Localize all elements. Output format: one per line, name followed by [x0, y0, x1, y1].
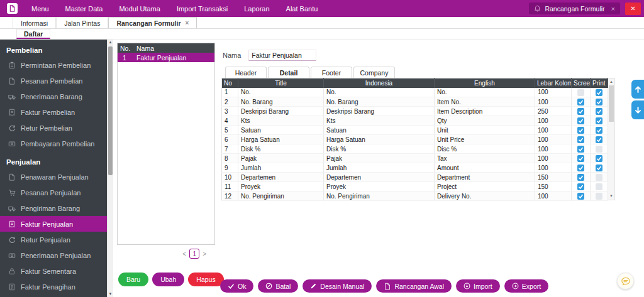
menu-item-modul-utama[interactable]: Modul Utama: [111, 0, 168, 17]
column-header-no[interactable]: No.: [118, 45, 136, 52]
table-scrollbar-thumb[interactable]: [609, 85, 614, 122]
screen-checkbox[interactable]: [577, 89, 584, 96]
desain-manual-button[interactable]: Desain Manual: [303, 279, 372, 293]
import-button[interactable]: Import: [456, 279, 500, 293]
field-row[interactable]: 10DepartemenDepartemenDepartment150: [222, 173, 608, 182]
tab-detail[interactable]: Detail: [268, 67, 309, 78]
print-checkbox[interactable]: [596, 127, 602, 134]
field-row[interactable]: 7Disk %Disk %Disc %100: [222, 144, 608, 154]
sidebar-item-penawaran-penjualan[interactable]: Penawaran Penjualan: [0, 169, 107, 185]
screen-checkbox[interactable]: [577, 174, 584, 181]
screen-checkbox[interactable]: [577, 136, 584, 143]
column-header-nama[interactable]: Nama: [136, 45, 154, 52]
screen-checkbox[interactable]: [577, 127, 584, 134]
column-header-no[interactable]: No: [222, 78, 238, 88]
sidebar-item-pesanan-pembelian[interactable]: Pesanan Pembelian: [0, 73, 107, 89]
close-icon[interactable]: ×: [609, 5, 615, 13]
column-header-screen[interactable]: Screen: [572, 78, 591, 88]
form-name-input[interactable]: [248, 50, 316, 61]
menu-item-alat-bantu[interactable]: Alat Bantu: [278, 0, 326, 17]
print-checkbox[interactable]: [596, 146, 602, 153]
sidebar-item-penerimaan-penjualan[interactable]: Penerimaan Penjualan: [0, 247, 107, 263]
print-checkbox[interactable]: [596, 155, 602, 162]
screen-checkbox[interactable]: [577, 146, 584, 153]
batal-button[interactable]: Batal: [258, 279, 298, 293]
screen-checkbox[interactable]: [577, 183, 584, 190]
scroll-up-icon[interactable]: ▲: [608, 79, 614, 85]
baru-button[interactable]: Baru: [118, 273, 148, 286]
field-row[interactable]: 3Deskripsi BarangDeskripsi BarangItem De…: [222, 107, 608, 116]
sidebar-scrollbar-thumb[interactable]: [108, 46, 113, 175]
menu-item-import-transaksi[interactable]: Import Transaksi: [169, 0, 236, 17]
sidebar-item-pembayaran-pembelian[interactable]: Pembayaran Pembelian: [0, 136, 107, 151]
move-down-button[interactable]: [631, 100, 644, 119]
field-row[interactable]: 4KtsKtsQty100: [222, 116, 608, 126]
print-checkbox[interactable]: [596, 165, 602, 171]
form-list-row[interactable]: 1Faktur Penjualan: [118, 53, 214, 62]
column-header-title[interactable]: Title: [238, 78, 324, 88]
column-header-english[interactable]: English: [435, 78, 535, 88]
window-close-button[interactable]: ✕: [625, 3, 641, 15]
ok-button[interactable]: Ok: [220, 279, 253, 293]
screen-checkbox[interactable]: [577, 108, 584, 115]
close-icon[interactable]: ×: [186, 19, 189, 26]
sidebar-item-retur-penjualan[interactable]: Retur Penjualan: [0, 232, 107, 247]
tab-rancangan-formulir[interactable]: Rancangan Formulir×: [108, 17, 197, 28]
screen-checkbox[interactable]: [577, 117, 584, 124]
tab-header[interactable]: Header: [225, 67, 267, 78]
sidebar-item-permintaan-pembelian[interactable]: Permintaan Pembelian: [0, 57, 107, 73]
app-logo[interactable]: [7, 3, 18, 14]
screen-checkbox[interactable]: [577, 155, 584, 162]
tab-daftar[interactable]: Daftar: [16, 29, 50, 39]
sidebar-item-faktur-penjualan[interactable]: Faktur Penjualan: [0, 216, 107, 232]
scroll-up-icon[interactable]: ▲: [108, 40, 113, 45]
current-page[interactable]: 1: [189, 249, 199, 259]
sidebar-item-retur-pembelian[interactable]: Retur Pembelian: [0, 120, 107, 136]
field-row[interactable]: 8PajakPajakTax100: [222, 154, 608, 163]
print-checkbox[interactable]: [596, 193, 602, 200]
scroll-down-icon[interactable]: ▼: [108, 291, 113, 297]
sidebar-item-faktur-penagihan[interactable]: Faktur Penagihan: [0, 279, 107, 294]
column-header-lebar-kolom[interactable]: Lebar Kolom: [535, 78, 572, 88]
field-row[interactable]: 5SatuanSatuanUnit100: [222, 126, 608, 135]
recent-form-pill[interactable]: Rancangan Formulir ×: [529, 3, 620, 14]
sidebar-item-faktur-pembelian[interactable]: Faktur Pembelian: [0, 104, 107, 120]
field-row[interactable]: 11ProyekProyekProject150: [222, 182, 608, 192]
sidebar-item-penerimaan-barang[interactable]: Penerimaan Barang: [0, 89, 107, 104]
move-up-button[interactable]: [631, 80, 644, 99]
field-row[interactable]: 1No.No.No.100: [222, 88, 608, 97]
print-checkbox[interactable]: [596, 174, 602, 181]
screen-checkbox[interactable]: [577, 193, 584, 200]
print-checkbox[interactable]: [596, 117, 602, 124]
sidebar-item-faktur-sementara[interactable]: Faktur Sementara: [0, 263, 107, 279]
table-scrollbar[interactable]: ▲ ▼: [608, 78, 615, 200]
screen-checkbox[interactable]: [577, 99, 584, 105]
ubah-button[interactable]: Ubah: [152, 273, 184, 286]
prev-page-icon[interactable]: <: [182, 251, 186, 257]
print-checkbox[interactable]: [596, 183, 602, 190]
field-row[interactable]: 9JumlahJumlahAmount100: [222, 163, 608, 173]
column-header-indonesia[interactable]: Indonesia: [324, 78, 435, 88]
column-header-print[interactable]: Print: [591, 78, 608, 88]
field-row[interactable]: 2No. BarangNo. BarangItem No.100: [222, 97, 608, 107]
export-button[interactable]: Export: [504, 279, 548, 293]
field-row[interactable]: 6Harga SatuanHarga SatuanUnit Price100: [222, 135, 608, 144]
print-checkbox[interactable]: [596, 136, 602, 143]
chat-button[interactable]: [617, 273, 634, 289]
tab-jalan-pintas[interactable]: Jalan Pintas: [56, 17, 108, 28]
next-page-icon[interactable]: >: [203, 251, 206, 257]
tab-informasi[interactable]: Informasi: [13, 17, 56, 28]
print-checkbox[interactable]: [596, 108, 602, 115]
tab-footer[interactable]: Footer: [311, 67, 352, 78]
print-checkbox[interactable]: [596, 99, 602, 105]
scroll-down-icon[interactable]: ▼: [608, 193, 614, 199]
menu-item-laporan[interactable]: Laporan: [236, 0, 277, 17]
sidebar-item-pengiriman-barang[interactable]: Pengiriman Barang: [0, 200, 107, 216]
tab-company[interactable]: Company: [353, 67, 395, 78]
field-row[interactable]: 12No. PengirimanNo. PengirimanDelivery N…: [222, 192, 608, 201]
rancangan-awal-button[interactable]: Rancangan Awal: [376, 279, 452, 293]
print-checkbox[interactable]: [596, 89, 602, 96]
screen-checkbox[interactable]: [577, 165, 584, 171]
menu-item-menu[interactable]: Menu: [23, 0, 57, 17]
menu-item-master-data[interactable]: Master Data: [57, 0, 111, 17]
